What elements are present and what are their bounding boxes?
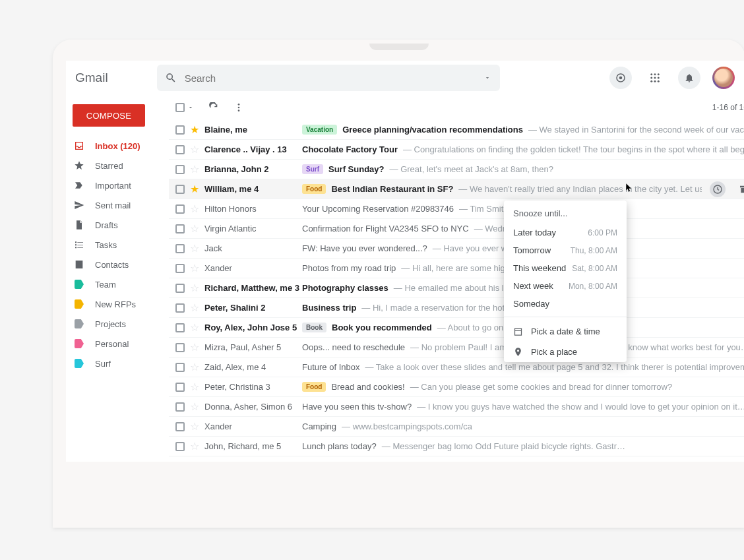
star-icon[interactable]: ☆ <box>185 341 204 354</box>
search-input[interactable] <box>185 73 492 84</box>
email-row[interactable]: ☆XanderCampingwww.bestcampingspots.com/c… <box>169 417 744 437</box>
star-icon[interactable]: ☆ <box>185 301 204 314</box>
row-checkbox[interactable] <box>175 323 185 332</box>
row-checkbox[interactable] <box>175 264 185 273</box>
subject: FW: Have you ever wondered...? <box>302 243 427 253</box>
snooze-action[interactable]: Pick a place <box>504 342 627 362</box>
sender: Brianna, John 2 <box>204 164 302 174</box>
archive-icon[interactable] <box>736 181 744 197</box>
sidebar-item-projects[interactable]: Projects <box>66 314 164 334</box>
sidebar-item-drafts[interactable]: Drafts <box>66 215 164 235</box>
row-checkbox[interactable] <box>175 402 185 412</box>
row-checkbox[interactable] <box>175 185 185 194</box>
snooze-option[interactable]: Next weekMon, 8:00 AM <box>504 277 627 295</box>
sidebar-item-important[interactable]: Important <box>66 175 164 195</box>
star-icon[interactable]: ☆ <box>185 143 204 156</box>
sidebar-item-inbox[interactable]: Inbox (120) <box>66 136 164 156</box>
search-box[interactable] <box>157 65 500 91</box>
star-icon[interactable]: ★ <box>185 183 204 195</box>
sidebar-item-starred[interactable]: Starred <box>66 156 164 175</box>
row-checkbox[interactable] <box>175 442 185 451</box>
sidebar-item-new[interactable]: New RFPs <box>66 294 164 314</box>
star-icon[interactable]: ☆ <box>185 381 204 393</box>
star-icon[interactable]: ☆ <box>185 163 204 175</box>
sidebar-item-personal[interactable]: Personal <box>66 334 164 354</box>
snooze-action-label: Pick a date & time <box>531 327 600 336</box>
star-icon[interactable]: ★ <box>185 123 204 136</box>
sidebar-item-contacts[interactable]: Contacts <box>66 255 164 274</box>
subject: Confirmation for Flight VA2345 SFO to NY… <box>302 224 469 233</box>
row-checkbox[interactable] <box>175 284 185 293</box>
snooze-option[interactable]: TomorrowThu, 8:00 AM <box>504 241 627 259</box>
snooze-option-time: 6:00 PM <box>588 228 617 237</box>
row-checkbox[interactable] <box>175 224 185 233</box>
snooze-option[interactable]: Someday <box>504 295 627 313</box>
star-icon[interactable]: ☆ <box>185 361 204 373</box>
star-icon[interactable]: ☆ <box>185 440 204 452</box>
email-row[interactable]: ☆Donna, Asher, Simon 6Have you seen this… <box>169 397 744 417</box>
star-icon[interactable]: ☆ <box>185 242 204 255</box>
sender: Jack <box>204 243 302 253</box>
snooze-icon[interactable] <box>710 181 726 197</box>
apps-grid-icon[interactable] <box>644 67 666 89</box>
email-row[interactable]: ★William, me 4FoodBest Indian Restaurant… <box>169 179 744 199</box>
row-checkbox[interactable] <box>175 383 185 392</box>
star-icon[interactable]: ☆ <box>185 321 204 334</box>
email-row[interactable]: ☆Clarence .. Vijay . 13Chocolate Factory… <box>169 140 744 160</box>
subject: Your Upcoming Reservation #20983746 <box>302 204 454 214</box>
sidebar-item-team[interactable]: Team <box>66 274 164 294</box>
sidebar-item-surf[interactable]: Surf <box>66 354 164 373</box>
select-all-caret-icon[interactable] <box>187 104 194 111</box>
select-all-checkbox[interactable] <box>175 103 185 112</box>
label-icon <box>73 319 86 328</box>
email-row[interactable]: ☆John, Richard, me 5Lunch plans today?Me… <box>169 437 744 456</box>
email-row[interactable]: ☆Roy, Alex, John Jose 5BookBook you reco… <box>169 318 744 338</box>
row-checkbox[interactable] <box>175 363 185 372</box>
email-row[interactable]: ☆Peter, Shalini 2Business tripHi, I made… <box>169 298 744 318</box>
sidebar-item-sent[interactable]: Sent mail <box>66 195 164 215</box>
notifications-icon[interactable] <box>678 67 700 89</box>
email-row[interactable]: ☆Virgin AtlanticConfirmation for Flight … <box>169 219 744 239</box>
sidebar-item-label: Contacts <box>95 260 129 270</box>
snooze-option-time: Thu, 8:00 AM <box>571 246 617 255</box>
snooze-option[interactable]: Later today6:00 PM <box>504 224 627 241</box>
star-icon[interactable]: ☆ <box>185 282 204 294</box>
snooze-option[interactable]: This weekendSat, 8:00 AM <box>504 259 627 277</box>
label-icon <box>73 280 86 289</box>
compose-button[interactable]: COMPOSE <box>73 104 145 127</box>
header: Gmail <box>66 61 744 95</box>
more-icon[interactable] <box>233 102 244 113</box>
email-row[interactable]: ★Blaine, meVacationGreece planning/vacat… <box>169 120 744 140</box>
email-row[interactable]: ☆JackFW: Have you ever wondered...?Have … <box>169 239 744 259</box>
email-row[interactable]: ☆Brianna, John 2SurfSurf Sunday?Great, l… <box>169 160 744 179</box>
star-icon[interactable]: ☆ <box>185 222 204 235</box>
row-checkbox[interactable] <box>175 125 185 135</box>
row-checkbox[interactable] <box>175 303 185 313</box>
snooze-action[interactable]: Pick a date & time <box>504 321 627 342</box>
row-checkbox[interactable] <box>175 343 185 352</box>
row-checkbox[interactable] <box>175 204 185 214</box>
sidebar-item-tasks[interactable]: Tasks <box>66 235 164 255</box>
label-icon <box>73 299 86 309</box>
email-row[interactable]: ☆Zaid, Alex, me 4Future of InboxTake a l… <box>169 358 744 377</box>
subject: Surf Sunday? <box>328 164 385 174</box>
email-row[interactable]: ☆Peter, Christina 3FoodBread and cookies… <box>169 377 744 397</box>
email-row[interactable]: ☆Hilton HonorsYour Upcoming Reservation … <box>169 199 744 219</box>
search-options-caret[interactable] <box>484 75 491 81</box>
snippet: Great, let's meet at Jack's at 8am, then… <box>390 164 553 174</box>
account-avatar[interactable] <box>712 67 735 89</box>
category-tag: Vacation <box>302 125 337 135</box>
email-row[interactable]: ☆Richard, Matthew, me 3Photography class… <box>169 278 744 298</box>
email-row[interactable]: ☆XanderPhotos from my road tripHi all, h… <box>169 259 744 278</box>
row-checkbox[interactable] <box>175 244 185 253</box>
row-checkbox[interactable] <box>175 165 185 174</box>
star-icon[interactable]: ☆ <box>185 420 204 433</box>
row-checkbox[interactable] <box>175 422 185 431</box>
star-icon[interactable]: ☆ <box>185 400 204 413</box>
email-row[interactable]: ☆Mizra, Paul, Asher 5Oops... need to res… <box>169 338 744 358</box>
support-icon[interactable] <box>609 67 632 89</box>
star-icon[interactable]: ☆ <box>185 202 204 215</box>
star-icon[interactable]: ☆ <box>185 262 204 274</box>
row-checkbox[interactable] <box>175 145 185 154</box>
refresh-icon[interactable] <box>208 102 219 113</box>
